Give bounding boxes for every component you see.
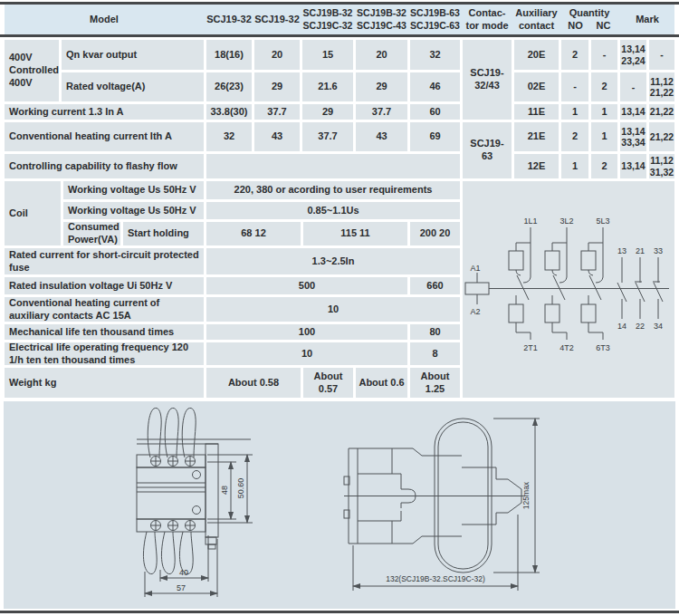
value-cell: 43 bbox=[356, 122, 407, 151]
row-label: Controlling capability to flashy flow bbox=[5, 154, 204, 178]
header-auxiliary-contact-line1: Auxiliary bbox=[515, 7, 557, 20]
category-cell: 400V Controlled 400V bbox=[5, 40, 59, 101]
terminal-label-4t2: 4T2 bbox=[559, 343, 574, 352]
side-view-lines bbox=[344, 419, 540, 591]
no-cell: - bbox=[561, 72, 588, 101]
value-cell: 32 bbox=[410, 40, 460, 70]
mark-cell: 11,12 31,32 bbox=[649, 154, 674, 178]
no-cell: 2 bbox=[561, 122, 588, 151]
value-cell: 200 20 bbox=[410, 222, 460, 245]
front-view-dimensions: 48 50.60 40 57 bbox=[177, 478, 245, 592]
aux-label-14: 14 bbox=[617, 322, 626, 331]
value-cell: 500 bbox=[206, 277, 407, 294]
coil-cell: Coil bbox=[5, 181, 61, 245]
header-model-col5-line2: SCJ19C-63 bbox=[410, 20, 460, 32]
header-model-col5: SCJ19B-63 SCJ19C-63 bbox=[410, 7, 460, 31]
row-label: Consumed Power(VA) bbox=[63, 222, 120, 245]
header-model-col4-line2: SCJ19C-43 bbox=[357, 20, 406, 32]
row-label: Mechanical life ten thousand times bbox=[5, 324, 204, 340]
front-view-lines bbox=[137, 408, 253, 597]
header-quantity-group: Quantity NO NC bbox=[561, 7, 617, 33]
mark-cell: 13,14 bbox=[620, 104, 646, 120]
row-label: Start holding bbox=[123, 222, 204, 245]
header-mark: Mark bbox=[620, 14, 674, 26]
value-cell: About 0.58 bbox=[206, 368, 301, 398]
value-cell: 20 bbox=[356, 40, 407, 70]
row-label: Rated insulation voltage Ui 50Hz V bbox=[5, 277, 204, 294]
header-model-col4: SCJ19B-32 SCJ19C-43 bbox=[356, 7, 407, 31]
header-model: Model bbox=[5, 14, 204, 26]
value-cell: 60 bbox=[410, 104, 460, 120]
header-model-col5-line1: SCJ19B-63 bbox=[410, 7, 460, 19]
dim-40: 40 bbox=[179, 568, 188, 577]
mark-cell: 21,22 bbox=[649, 104, 674, 120]
value-cell: 8 bbox=[410, 342, 460, 365]
aux-label-22: 22 bbox=[636, 322, 645, 331]
value-cell: 115 11 bbox=[303, 222, 407, 245]
row-label: Qn kvar output bbox=[62, 40, 204, 70]
row-label: Working current 1.3 In A bbox=[5, 104, 204, 120]
nc-cell: 2 bbox=[591, 72, 617, 101]
value-cell: 80 bbox=[410, 324, 460, 340]
header-quantity: Quantity bbox=[561, 7, 617, 20]
aux-contact-cell: 20E bbox=[514, 40, 559, 70]
header-model-col3-line1: SCJ19B-32 bbox=[303, 7, 353, 19]
value-cell: 29 bbox=[302, 104, 353, 120]
header-no-nc: NO NC bbox=[561, 20, 617, 33]
front-view-drawing: 48 50.60 40 57 bbox=[113, 401, 285, 608]
nc-cell: - bbox=[591, 40, 617, 70]
mark-cell: - bbox=[620, 72, 646, 101]
value-cell: 68 12 bbox=[206, 222, 301, 245]
header-auxiliary-contact-line2: contact bbox=[519, 20, 554, 33]
row-label: Conventional heating current of auxiliar… bbox=[5, 297, 204, 322]
value-cell: 0.85~1.1Us bbox=[206, 202, 460, 219]
row-label: Working voltage Us 50Hz V bbox=[63, 181, 204, 199]
contactor-mode-value: SCJ19-32/43 bbox=[468, 67, 506, 92]
header-no: NO bbox=[561, 20, 589, 33]
terminal-label-1l1: 1L1 bbox=[523, 217, 537, 226]
mark-cell: 13,14 23,24 bbox=[620, 40, 646, 70]
aux-label-33: 33 bbox=[654, 246, 663, 255]
row-label: Weight kg bbox=[5, 368, 204, 398]
datasheet-page: Model SCJ19-32 SCJ19-32 SCJ19B-32 SCJ19C… bbox=[0, 0, 679, 616]
value-cell: About 1.25 bbox=[410, 368, 460, 398]
terminal-label-3l2: 3L2 bbox=[559, 217, 573, 226]
row-label: Rated voltage(A) bbox=[62, 72, 204, 101]
wiring-diagram: A1 A2 1L1 3L2 5L3 2T1 4T2 6T3 13 21 33 1… bbox=[463, 181, 674, 398]
value-cell: 220, 380 or acording to user requirement… bbox=[206, 181, 460, 199]
value-cell: 18(16) bbox=[206, 40, 252, 70]
row-label: Rated current for short-circuit protecte… bbox=[5, 248, 204, 274]
mark-cell: 13,14 33,34 bbox=[620, 122, 646, 151]
aux-contact-cell: 02E bbox=[514, 72, 559, 101]
value-cell: 20 bbox=[254, 40, 300, 70]
spec-table-header: Model SCJ19-32 SCJ19-32 SCJ19B-32 SCJ19C… bbox=[5, 5, 674, 34]
header-model-col1: SCJ19-32 bbox=[206, 14, 252, 26]
value-cell: 43 bbox=[254, 122, 300, 151]
value-cell: About 0.57 bbox=[303, 368, 353, 398]
no-cell: 1 bbox=[561, 154, 588, 178]
spec-table-lower: Coil Working voltage Us 50Hz V 220, 380 … bbox=[5, 181, 460, 398]
aux-contact-cell: 21E bbox=[514, 122, 559, 151]
terminal-label-5l3: 5L3 bbox=[596, 217, 609, 226]
header-rule bbox=[0, 34, 679, 37]
value-cell: 37.7 bbox=[356, 104, 407, 120]
value-cell: 29 bbox=[356, 72, 407, 101]
header-contactor-mode: Contac- tor mode bbox=[463, 7, 512, 33]
header-model-col3: SCJ19B-32 SCJ19C-32 bbox=[302, 7, 353, 31]
header-auxiliary-contact: Auxiliary contact bbox=[514, 7, 559, 33]
dim-57: 57 bbox=[177, 583, 186, 592]
dim-125max: 125max bbox=[521, 481, 531, 509]
aux-label-34: 34 bbox=[654, 322, 663, 331]
value-cell: 29 bbox=[254, 72, 300, 101]
value-cell: 69 bbox=[410, 122, 460, 151]
contactor-mode-cell: SCJ19-32/43 bbox=[463, 40, 512, 120]
terminal-label-6t3: 6T3 bbox=[596, 343, 610, 352]
mark-cell: - bbox=[649, 40, 674, 70]
mark-cell: 21,22 bbox=[649, 122, 674, 151]
header-model-col4-line1: SCJ19B-32 bbox=[357, 7, 406, 19]
dim-48: 48 bbox=[220, 486, 229, 495]
value-cell: 37.7 bbox=[254, 104, 300, 120]
aux-contact-cell: 11E bbox=[514, 104, 559, 120]
dim-50-60: 50.60 bbox=[236, 478, 245, 499]
terminal-label-a2: A2 bbox=[470, 307, 480, 316]
